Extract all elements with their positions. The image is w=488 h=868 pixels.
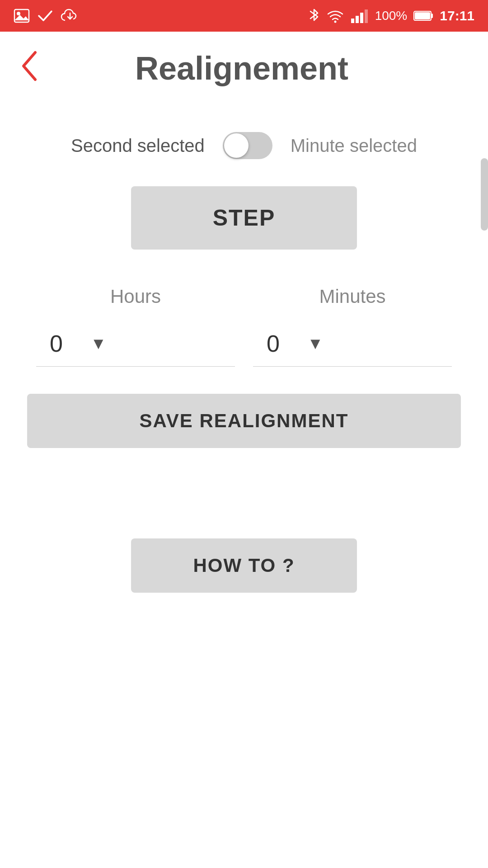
battery-icon <box>413 9 433 22</box>
check-icon <box>37 8 53 24</box>
second-selected-label: Second selected <box>71 136 205 156</box>
svg-rect-10 <box>415 12 430 19</box>
minutes-label: Minutes <box>244 286 461 307</box>
header: Realignement <box>0 32 488 96</box>
status-bar-left-icons <box>14 8 80 24</box>
minutes-selector[interactable]: 0 ▼ <box>253 321 452 367</box>
bluetooth-icon <box>308 8 320 24</box>
svg-point-1 <box>17 12 20 15</box>
step-button[interactable]: STEP <box>131 186 357 250</box>
minute-selected-label: Minute selected <box>291 136 417 156</box>
status-bar: 100% 17:11 <box>0 0 488 32</box>
page-title: Realignement <box>50 50 434 87</box>
svg-rect-5 <box>351 19 354 23</box>
save-realignment-button[interactable]: SAVE REALIGNMENT <box>27 394 461 448</box>
image-icon <box>14 8 30 24</box>
svg-rect-6 <box>356 16 359 23</box>
status-time: 17:11 <box>440 8 474 24</box>
status-bar-right-icons: 100% 17:11 <box>308 8 474 24</box>
minutes-value: 0 <box>267 330 294 357</box>
time-section: Hours Minutes 0 ▼ 0 ▼ <box>27 286 461 367</box>
mode-toggle[interactable] <box>223 132 272 159</box>
hours-label: Hours <box>27 286 244 307</box>
time-labels: Hours Minutes <box>27 286 461 307</box>
battery-text: 100% <box>375 9 408 23</box>
content: Second selected Minute selected STEP Hou… <box>0 96 488 611</box>
svg-point-4 <box>334 21 336 23</box>
svg-rect-8 <box>365 9 368 23</box>
svg-marker-2 <box>14 15 29 20</box>
back-button[interactable] <box>18 50 41 86</box>
signal-icon <box>351 8 369 24</box>
svg-rect-7 <box>360 13 363 23</box>
cloud-icon <box>61 8 80 24</box>
minutes-dropdown-arrow: ▼ <box>307 334 324 353</box>
toggle-knob <box>224 133 249 158</box>
hours-value: 0 <box>50 330 77 357</box>
scroll-indicator <box>481 158 488 231</box>
toggle-row: Second selected Minute selected <box>27 132 461 159</box>
howto-button[interactable]: HOW TO ? <box>131 538 357 593</box>
hours-dropdown-arrow: ▼ <box>90 334 107 353</box>
hours-selector[interactable]: 0 ▼ <box>36 321 235 367</box>
wifi-icon <box>326 8 344 24</box>
svg-rect-11 <box>431 14 433 18</box>
time-selectors: 0 ▼ 0 ▼ <box>27 321 461 367</box>
